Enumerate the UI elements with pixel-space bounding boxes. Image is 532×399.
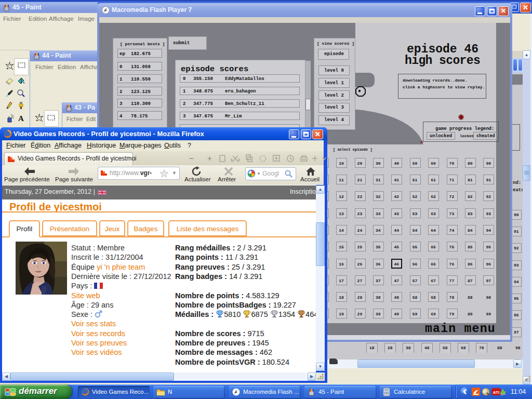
svg-text:A: A	[18, 114, 24, 123]
